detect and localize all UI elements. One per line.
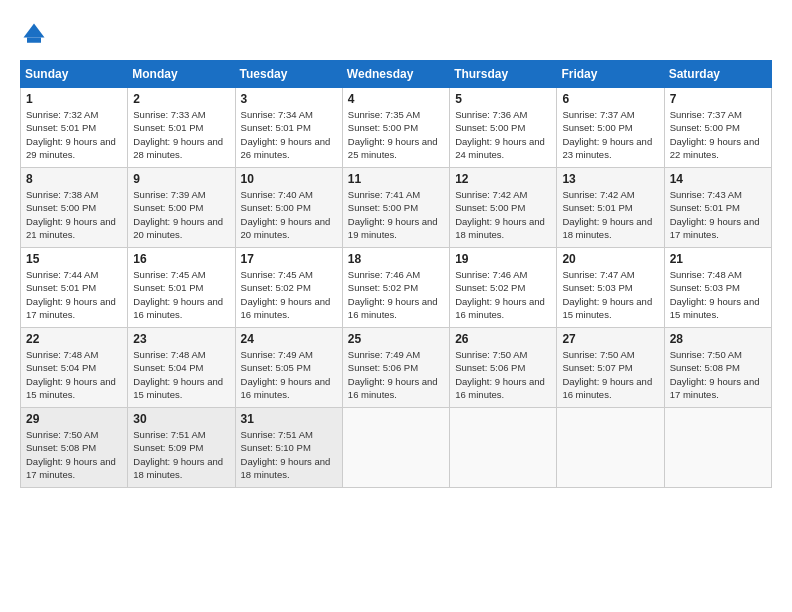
day-number: 5	[455, 92, 551, 106]
calendar-day-cell: 4 Sunrise: 7:35 AMSunset: 5:00 PMDayligh…	[342, 88, 449, 168]
calendar-day-cell: 22 Sunrise: 7:48 AMSunset: 5:04 PMDaylig…	[21, 328, 128, 408]
day-info: Sunrise: 7:39 AMSunset: 5:00 PMDaylight:…	[133, 189, 223, 240]
day-number: 19	[455, 252, 551, 266]
calendar-week-row: 1 Sunrise: 7:32 AMSunset: 5:01 PMDayligh…	[21, 88, 772, 168]
calendar-day-cell: 29 Sunrise: 7:50 AMSunset: 5:08 PMDaylig…	[21, 408, 128, 488]
calendar-day-cell	[342, 408, 449, 488]
day-number: 15	[26, 252, 122, 266]
day-number: 23	[133, 332, 229, 346]
calendar-day-cell: 1 Sunrise: 7:32 AMSunset: 5:01 PMDayligh…	[21, 88, 128, 168]
day-info: Sunrise: 7:49 AMSunset: 5:05 PMDaylight:…	[241, 349, 331, 400]
day-number: 4	[348, 92, 444, 106]
day-info: Sunrise: 7:48 AMSunset: 5:04 PMDaylight:…	[133, 349, 223, 400]
day-number: 12	[455, 172, 551, 186]
day-number: 1	[26, 92, 122, 106]
day-number: 29	[26, 412, 122, 426]
logo-icon	[20, 20, 48, 48]
day-number: 30	[133, 412, 229, 426]
weekday-header-cell: Thursday	[450, 61, 557, 88]
calendar-table: SundayMondayTuesdayWednesdayThursdayFrid…	[20, 60, 772, 488]
day-number: 21	[670, 252, 766, 266]
calendar-day-cell	[557, 408, 664, 488]
calendar-day-cell: 8 Sunrise: 7:38 AMSunset: 5:00 PMDayligh…	[21, 168, 128, 248]
day-number: 3	[241, 92, 337, 106]
weekday-header-cell: Tuesday	[235, 61, 342, 88]
calendar-day-cell: 19 Sunrise: 7:46 AMSunset: 5:02 PMDaylig…	[450, 248, 557, 328]
day-number: 16	[133, 252, 229, 266]
day-info: Sunrise: 7:37 AMSunset: 5:00 PMDaylight:…	[562, 109, 652, 160]
day-info: Sunrise: 7:50 AMSunset: 5:06 PMDaylight:…	[455, 349, 545, 400]
day-number: 25	[348, 332, 444, 346]
day-info: Sunrise: 7:34 AMSunset: 5:01 PMDaylight:…	[241, 109, 331, 160]
weekday-header-cell: Sunday	[21, 61, 128, 88]
day-info: Sunrise: 7:40 AMSunset: 5:00 PMDaylight:…	[241, 189, 331, 240]
day-number: 20	[562, 252, 658, 266]
calendar-day-cell: 31 Sunrise: 7:51 AMSunset: 5:10 PMDaylig…	[235, 408, 342, 488]
calendar-day-cell: 3 Sunrise: 7:34 AMSunset: 5:01 PMDayligh…	[235, 88, 342, 168]
day-info: Sunrise: 7:50 AMSunset: 5:08 PMDaylight:…	[670, 349, 760, 400]
day-number: 10	[241, 172, 337, 186]
day-info: Sunrise: 7:35 AMSunset: 5:00 PMDaylight:…	[348, 109, 438, 160]
day-number: 27	[562, 332, 658, 346]
day-info: Sunrise: 7:47 AMSunset: 5:03 PMDaylight:…	[562, 269, 652, 320]
weekday-header-cell: Wednesday	[342, 61, 449, 88]
calendar-week-row: 8 Sunrise: 7:38 AMSunset: 5:00 PMDayligh…	[21, 168, 772, 248]
calendar-day-cell: 30 Sunrise: 7:51 AMSunset: 5:09 PMDaylig…	[128, 408, 235, 488]
day-info: Sunrise: 7:38 AMSunset: 5:00 PMDaylight:…	[26, 189, 116, 240]
day-number: 22	[26, 332, 122, 346]
calendar-day-cell: 14 Sunrise: 7:43 AMSunset: 5:01 PMDaylig…	[664, 168, 771, 248]
day-info: Sunrise: 7:48 AMSunset: 5:04 PMDaylight:…	[26, 349, 116, 400]
calendar-day-cell: 27 Sunrise: 7:50 AMSunset: 5:07 PMDaylig…	[557, 328, 664, 408]
calendar-day-cell: 16 Sunrise: 7:45 AMSunset: 5:01 PMDaylig…	[128, 248, 235, 328]
day-info: Sunrise: 7:43 AMSunset: 5:01 PMDaylight:…	[670, 189, 760, 240]
calendar-day-cell: 13 Sunrise: 7:42 AMSunset: 5:01 PMDaylig…	[557, 168, 664, 248]
day-info: Sunrise: 7:42 AMSunset: 5:00 PMDaylight:…	[455, 189, 545, 240]
day-number: 13	[562, 172, 658, 186]
day-info: Sunrise: 7:51 AMSunset: 5:10 PMDaylight:…	[241, 429, 331, 480]
day-number: 14	[670, 172, 766, 186]
day-info: Sunrise: 7:32 AMSunset: 5:01 PMDaylight:…	[26, 109, 116, 160]
day-info: Sunrise: 7:45 AMSunset: 5:01 PMDaylight:…	[133, 269, 223, 320]
calendar-page: SundayMondayTuesdayWednesdayThursdayFrid…	[0, 0, 792, 612]
calendar-day-cell: 11 Sunrise: 7:41 AMSunset: 5:00 PMDaylig…	[342, 168, 449, 248]
calendar-week-row: 15 Sunrise: 7:44 AMSunset: 5:01 PMDaylig…	[21, 248, 772, 328]
day-info: Sunrise: 7:49 AMSunset: 5:06 PMDaylight:…	[348, 349, 438, 400]
day-info: Sunrise: 7:41 AMSunset: 5:00 PMDaylight:…	[348, 189, 438, 240]
calendar-day-cell: 18 Sunrise: 7:46 AMSunset: 5:02 PMDaylig…	[342, 248, 449, 328]
calendar-day-cell: 7 Sunrise: 7:37 AMSunset: 5:00 PMDayligh…	[664, 88, 771, 168]
calendar-day-cell	[450, 408, 557, 488]
day-number: 31	[241, 412, 337, 426]
calendar-week-row: 22 Sunrise: 7:48 AMSunset: 5:04 PMDaylig…	[21, 328, 772, 408]
calendar-day-cell: 15 Sunrise: 7:44 AMSunset: 5:01 PMDaylig…	[21, 248, 128, 328]
day-info: Sunrise: 7:51 AMSunset: 5:09 PMDaylight:…	[133, 429, 223, 480]
calendar-day-cell: 2 Sunrise: 7:33 AMSunset: 5:01 PMDayligh…	[128, 88, 235, 168]
calendar-day-cell: 24 Sunrise: 7:49 AMSunset: 5:05 PMDaylig…	[235, 328, 342, 408]
day-number: 2	[133, 92, 229, 106]
calendar-day-cell: 10 Sunrise: 7:40 AMSunset: 5:00 PMDaylig…	[235, 168, 342, 248]
day-number: 7	[670, 92, 766, 106]
svg-marker-0	[24, 24, 45, 38]
day-info: Sunrise: 7:37 AMSunset: 5:00 PMDaylight:…	[670, 109, 760, 160]
calendar-week-row: 29 Sunrise: 7:50 AMSunset: 5:08 PMDaylig…	[21, 408, 772, 488]
weekday-header-cell: Friday	[557, 61, 664, 88]
day-number: 8	[26, 172, 122, 186]
calendar-day-cell: 9 Sunrise: 7:39 AMSunset: 5:00 PMDayligh…	[128, 168, 235, 248]
calendar-day-cell: 5 Sunrise: 7:36 AMSunset: 5:00 PMDayligh…	[450, 88, 557, 168]
calendar-day-cell: 26 Sunrise: 7:50 AMSunset: 5:06 PMDaylig…	[450, 328, 557, 408]
calendar-day-cell: 6 Sunrise: 7:37 AMSunset: 5:00 PMDayligh…	[557, 88, 664, 168]
calendar-day-cell: 17 Sunrise: 7:45 AMSunset: 5:02 PMDaylig…	[235, 248, 342, 328]
day-number: 24	[241, 332, 337, 346]
weekday-header-cell: Monday	[128, 61, 235, 88]
calendar-day-cell: 12 Sunrise: 7:42 AMSunset: 5:00 PMDaylig…	[450, 168, 557, 248]
day-info: Sunrise: 7:50 AMSunset: 5:08 PMDaylight:…	[26, 429, 116, 480]
calendar-day-cell: 21 Sunrise: 7:48 AMSunset: 5:03 PMDaylig…	[664, 248, 771, 328]
calendar-day-cell: 28 Sunrise: 7:50 AMSunset: 5:08 PMDaylig…	[664, 328, 771, 408]
day-info: Sunrise: 7:44 AMSunset: 5:01 PMDaylight:…	[26, 269, 116, 320]
calendar-day-cell: 23 Sunrise: 7:48 AMSunset: 5:04 PMDaylig…	[128, 328, 235, 408]
calendar-day-cell: 20 Sunrise: 7:47 AMSunset: 5:03 PMDaylig…	[557, 248, 664, 328]
day-number: 17	[241, 252, 337, 266]
day-info: Sunrise: 7:48 AMSunset: 5:03 PMDaylight:…	[670, 269, 760, 320]
day-number: 11	[348, 172, 444, 186]
weekday-header-row: SundayMondayTuesdayWednesdayThursdayFrid…	[21, 61, 772, 88]
day-number: 26	[455, 332, 551, 346]
